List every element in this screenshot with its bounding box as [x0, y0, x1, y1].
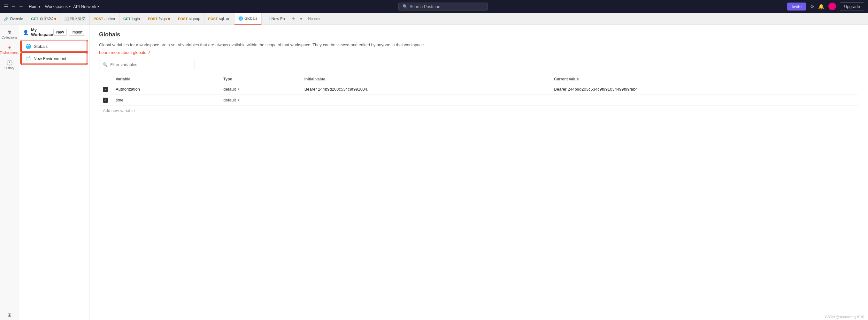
- sidebar-item-environments[interactable]: ⊞ Environments: [1, 42, 18, 57]
- env-item-globals[interactable]: 🌐 Globals: [21, 40, 87, 52]
- variables-table: Variable Type Initial value Current valu…: [99, 74, 859, 106]
- checkbox-cell-1[interactable]: ✓: [99, 95, 112, 106]
- tab-bar: 🔗 Overvie GET 百度OC ⬜ 输入提交 POST auther GE…: [0, 13, 868, 25]
- type-cell-1[interactable]: default ▾: [219, 95, 300, 106]
- initial-value-1[interactable]: [301, 95, 551, 106]
- type-dropdown-0[interactable]: ▾: [238, 87, 240, 91]
- environments-icon: ⊞: [7, 44, 11, 50]
- sidebar-icons: 🗑 Collections ⊞ Environments 🕐 History ⊞: [0, 25, 19, 320]
- new-button[interactable]: New: [53, 29, 67, 36]
- variable-name-0: Authorization: [112, 84, 219, 95]
- collections-label: Collections: [2, 36, 17, 39]
- checkbox-cell-0[interactable]: ✓: [99, 84, 112, 95]
- filter-input[interactable]: [110, 62, 191, 67]
- environment-selector[interactable]: No env: [305, 16, 323, 21]
- add-variable-row[interactable]: Add new variable: [99, 106, 859, 115]
- sidebar-item-collections[interactable]: 🗑 Collections: [1, 28, 18, 41]
- search-box[interactable]: 🔍 Search Postman: [398, 3, 488, 10]
- forward-icon[interactable]: →: [19, 3, 24, 9]
- search-icon: 🔍: [403, 4, 408, 9]
- type-cell-0[interactable]: default ▾: [219, 84, 300, 95]
- tab-globals[interactable]: 🌐 Globals: [235, 13, 261, 25]
- unsaved-dot: [54, 18, 56, 20]
- globals-description: Global variables for a workspace are a s…: [99, 42, 859, 48]
- import-button[interactable]: Import: [69, 29, 85, 36]
- left-panel-header: 👤 My Workspace New Import: [19, 25, 89, 40]
- notification-icon[interactable]: 🔔: [818, 3, 825, 9]
- workspace-icon: 👤: [23, 30, 28, 35]
- type-dropdown-1[interactable]: ▾: [238, 98, 240, 102]
- api-network-chevron: ▾: [97, 5, 99, 8]
- search-area: 🔍 Search Postman: [101, 3, 785, 10]
- tab-sign[interactable]: POST /sign: [144, 13, 174, 25]
- initial-value-0[interactable]: Bearer 244b9d203c534c9f991034...: [301, 84, 551, 95]
- settings-icon[interactable]: ⚙: [810, 3, 814, 9]
- upgrade-button[interactable]: Upgrade: [840, 2, 864, 11]
- tab-sqlan[interactable]: POST sql_an: [205, 13, 235, 25]
- apps-icon: ⊞: [7, 312, 11, 318]
- variable-name-1: time: [112, 95, 219, 106]
- tab-new-env[interactable]: 📄 New En: [261, 13, 289, 25]
- new-environment-label: New Environment: [34, 56, 66, 61]
- workspaces-menu[interactable]: Workspaces ▾: [45, 4, 71, 9]
- tab-signup[interactable]: POST signup: [174, 13, 204, 25]
- api-network-menu[interactable]: API Network ▾: [73, 4, 99, 9]
- new-tab-button[interactable]: +: [289, 15, 298, 22]
- environment-list: 🌐 Globals 📄 New Environment: [19, 40, 89, 320]
- table-row: ✓ Authorization default ▾ Bearer 244b9d2…: [99, 84, 859, 95]
- page-title: Globals: [99, 31, 859, 38]
- tab-auther[interactable]: POST auther: [90, 13, 120, 25]
- avatar[interactable]: [828, 3, 836, 10]
- more-tabs-button[interactable]: ▾: [298, 16, 305, 22]
- col-current: Current value: [550, 74, 859, 84]
- row-checkbox-0[interactable]: ✓: [103, 87, 108, 92]
- row-checkbox-1[interactable]: ✓: [103, 98, 108, 103]
- attribution: CSDN @xiaomifeng1010: [821, 314, 868, 320]
- col-variable: Variable: [112, 74, 219, 84]
- col-checkbox: [99, 74, 112, 84]
- top-nav: ☰ ← → Home Workspaces ▾ API Network ▾ 🔍 …: [0, 0, 868, 13]
- col-type: Type: [219, 74, 300, 84]
- col-initial: Initial value: [301, 74, 551, 84]
- globals-icon: 🌐: [26, 44, 31, 49]
- unsaved-dot: [168, 18, 170, 20]
- tab-login[interactable]: GET login: [120, 13, 144, 25]
- workspace-name: My Workspace: [31, 28, 53, 37]
- env-item-new-environment[interactable]: 📄 New Environment: [21, 52, 87, 64]
- sidebar-item-apps[interactable]: ⊞: [1, 310, 18, 320]
- new-env-icon: 📄: [26, 56, 31, 61]
- menu-icon[interactable]: ☰: [4, 3, 8, 9]
- sidebar-item-history[interactable]: 🕐 History: [1, 58, 18, 72]
- home-link[interactable]: Home: [29, 4, 40, 9]
- current-value-1[interactable]: [550, 95, 859, 106]
- main-content: Globals Global variables for a workspace…: [89, 25, 868, 320]
- collections-icon: 🗑: [7, 29, 12, 35]
- left-panel: 👤 My Workspace New Import 🌐 Globals 📄 Ne…: [19, 25, 89, 320]
- tab-baidu[interactable]: GET 百度OC: [27, 13, 60, 25]
- globals-label: Globals: [34, 44, 48, 49]
- tab-overview[interactable]: 🔗 Overvie: [0, 13, 27, 25]
- table-header-row: Variable Type Initial value Current valu…: [99, 74, 859, 84]
- filter-icon: 🔍: [102, 62, 108, 67]
- history-label: History: [4, 66, 14, 70]
- tab-input[interactable]: ⬜ 输入提交: [60, 13, 90, 25]
- environments-label: Environments: [0, 51, 19, 55]
- table-row: ✓ time default ▾: [99, 95, 859, 106]
- back-icon[interactable]: ←: [11, 3, 16, 9]
- overview-icon: 🔗: [4, 16, 9, 21]
- learn-more-link[interactable]: Learn more about globals ↗: [99, 50, 151, 55]
- top-nav-right: Invite ⚙ 🔔 Upgrade: [787, 2, 864, 11]
- history-icon: 🕐: [6, 60, 13, 66]
- main-layout: 🗑 Collections ⊞ Environments 🕐 History ⊞…: [0, 25, 868, 320]
- workspaces-chevron: ▾: [69, 5, 71, 8]
- current-value-0[interactable]: Bearer 244b9d203c534c9f991034499f99fab4: [550, 84, 859, 95]
- filter-bar[interactable]: 🔍: [99, 60, 195, 69]
- invite-button[interactable]: Invite: [787, 3, 806, 10]
